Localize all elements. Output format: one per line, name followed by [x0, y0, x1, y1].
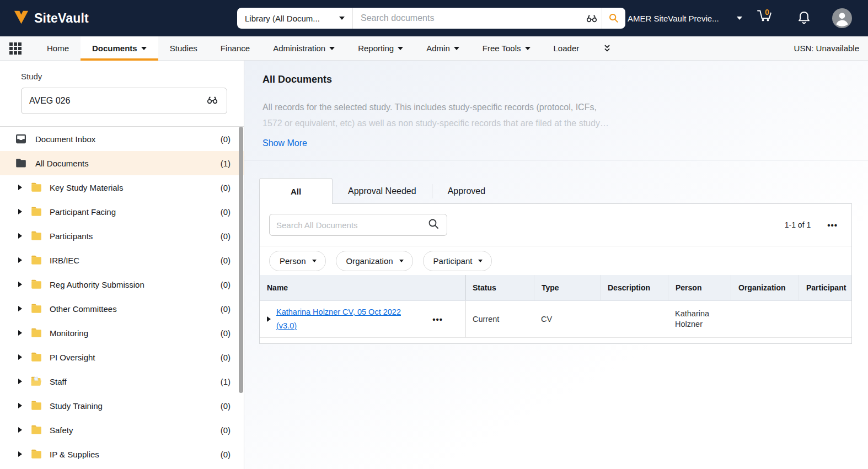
column-header-status[interactable]: Status — [465, 275, 534, 300]
study-label: Study — [21, 72, 227, 81]
item-count: (0) — [221, 353, 231, 362]
chevron-down-icon — [339, 17, 345, 20]
column-header-person[interactable]: Person — [668, 275, 731, 300]
search-icon[interactable] — [427, 217, 440, 233]
nav-item-documents[interactable]: Documents — [81, 36, 158, 60]
tab-approval-needed[interactable]: Approval Needed — [333, 178, 432, 204]
tab-all[interactable]: All — [259, 178, 333, 204]
study-input[interactable] — [29, 96, 206, 106]
expand-caret-icon[interactable] — [18, 354, 22, 360]
sidebar-item-pi-oversight[interactable]: PI Oversight(0) — [0, 345, 244, 369]
expand-caret-icon[interactable] — [18, 330, 22, 336]
column-header-type[interactable]: Type — [534, 275, 600, 300]
nav-item-reporting[interactable]: Reporting — [346, 36, 415, 60]
folder-icon — [30, 399, 43, 412]
expand-caret-icon[interactable] — [18, 403, 22, 408]
cell-type: CV — [534, 301, 600, 337]
user-avatar[interactable] — [832, 8, 852, 28]
column-header-participant[interactable]: Participant — [799, 275, 852, 300]
sidebar-item-ip-supplies[interactable]: IP & Supplies(0) — [0, 442, 244, 466]
nav-item-loader[interactable]: Loader — [542, 36, 591, 60]
expand-caret-icon[interactable] — [18, 427, 22, 433]
item-count: (0) — [221, 280, 231, 289]
sidebar-item-irb-iec[interactable]: IRB/IEC(0) — [0, 248, 244, 272]
sidebar-item-reg-authority-submission[interactable]: Reg Authority Submission(0) — [0, 272, 244, 297]
column-header-description[interactable]: Description — [600, 275, 668, 300]
nav-item-label: Loader — [554, 44, 580, 53]
nav-item-label: Administration — [273, 44, 325, 53]
sidebar-scrollbar[interactable] — [239, 127, 243, 393]
sidebar-item-key-study-materials[interactable]: Key Study Materials(0) — [0, 175, 244, 200]
expand-caret-icon[interactable] — [18, 233, 22, 239]
more-actions-button[interactable]: ••• — [827, 220, 838, 230]
document-link[interactable]: Katharina Holzner CV, 05 Oct 2022 (v3.0) — [276, 305, 408, 333]
column-header-organization[interactable]: Organization — [731, 275, 799, 300]
study-reference-field[interactable] — [21, 88, 227, 114]
show-more-link[interactable]: Show More — [262, 138, 307, 148]
nav-item-free-tools[interactable]: Free Tools — [471, 36, 542, 60]
filter-row: PersonOrganizationParticipant — [260, 246, 851, 275]
library-scope-dropdown[interactable]: Library (All Docum... — [237, 8, 353, 29]
sidebar-item-study-training[interactable]: Study Training(0) — [0, 393, 244, 418]
row-more-actions-button[interactable]: ••• — [432, 315, 443, 324]
nav-item-more[interactable] — [591, 36, 624, 60]
filter-person[interactable]: Person — [269, 251, 326, 271]
search-documents-input[interactable] — [353, 13, 582, 23]
notifications-bell-icon[interactable] — [796, 10, 812, 29]
cart-count-badge: 0 — [765, 8, 769, 17]
nav-item-admin[interactable]: Admin — [415, 36, 471, 60]
expand-caret-icon[interactable] — [18, 282, 22, 287]
brand-logo[interactable]: SiteVault — [13, 0, 89, 36]
expand-caret-icon[interactable] — [18, 209, 22, 214]
folder-doc-icon — [30, 375, 43, 388]
expand-caret-icon[interactable] — [18, 451, 22, 457]
folder-icon — [30, 278, 43, 291]
usn-status: USN: Unavailable — [794, 44, 859, 53]
sidebar-item-all-documents[interactable]: All Documents(1) — [0, 151, 244, 175]
documents-panel: 1-1 of 1 ••• PersonOrganizationParticipa… — [259, 203, 852, 344]
item-count: (0) — [221, 425, 231, 435]
search-all-documents-input[interactable] — [276, 220, 427, 230]
nav-item-label: Documents — [92, 44, 137, 53]
filter-organization[interactable]: Organization — [336, 251, 413, 271]
tab-approved[interactable]: Approved — [432, 178, 501, 204]
sidebar-item-staff[interactable]: Staff(1) — [0, 369, 244, 393]
sidebar-item-other-committees[interactable]: Other Committees(0) — [0, 297, 244, 321]
chevron-down-icon — [141, 47, 147, 50]
filter-participant[interactable]: Participant — [423, 251, 492, 271]
sidebar-item-label: Staff — [50, 377, 67, 386]
account-vault-dropdown[interactable]: AMER SiteVault Previe... — [628, 0, 742, 36]
global-search-bar: Library (All Docum... — [237, 8, 625, 29]
column-header-name[interactable]: Name — [260, 275, 465, 300]
filter-label: Organization — [346, 256, 393, 266]
chevron-down-icon — [737, 17, 742, 20]
nav-item-studies[interactable]: Studies — [158, 36, 209, 60]
app-grid-icon[interactable] — [0, 36, 31, 60]
folder-icon — [30, 205, 43, 218]
sidebar-item-safety[interactable]: Safety(0) — [0, 418, 244, 442]
binoculars-icon[interactable] — [582, 12, 602, 25]
sidebar-item-label: Document Inbox — [35, 134, 95, 144]
cart-button[interactable]: 0 — [756, 9, 776, 29]
binoculars-icon[interactable] — [206, 93, 219, 109]
search-submit-icon[interactable] — [602, 12, 625, 24]
expand-caret-icon[interactable] — [18, 306, 22, 311]
sidebar-item-monitoring[interactable]: Monitoring(0) — [0, 321, 244, 345]
double-chevron-down-icon — [602, 43, 612, 54]
expand-caret-icon[interactable] — [18, 185, 22, 190]
nav-item-finance[interactable]: Finance — [209, 36, 261, 60]
expand-caret-icon[interactable] — [267, 316, 271, 322]
documents-table: NameStatusTypeDescriptionPersonOrganizat… — [260, 275, 851, 338]
search-all-documents-field[interactable] — [269, 214, 447, 236]
study-selector-section: Study — [0, 61, 244, 127]
sidebar: Study Document Inbox(0)All Documents(1)K… — [0, 61, 244, 469]
sidebar-item-participants[interactable]: Participants(0) — [0, 224, 244, 248]
nav-item-administration[interactable]: Administration — [261, 36, 346, 60]
expand-caret-icon[interactable] — [18, 379, 22, 384]
sidebar-item-label: Key Study Materials — [50, 183, 123, 192]
filter-label: Person — [280, 256, 306, 266]
sidebar-item-participant-facing[interactable]: Participant Facing(0) — [0, 200, 244, 224]
sidebar-item-document-inbox[interactable]: Document Inbox(0) — [0, 127, 244, 151]
nav-item-home[interactable]: Home — [35, 36, 81, 60]
expand-caret-icon[interactable] — [18, 257, 22, 263]
